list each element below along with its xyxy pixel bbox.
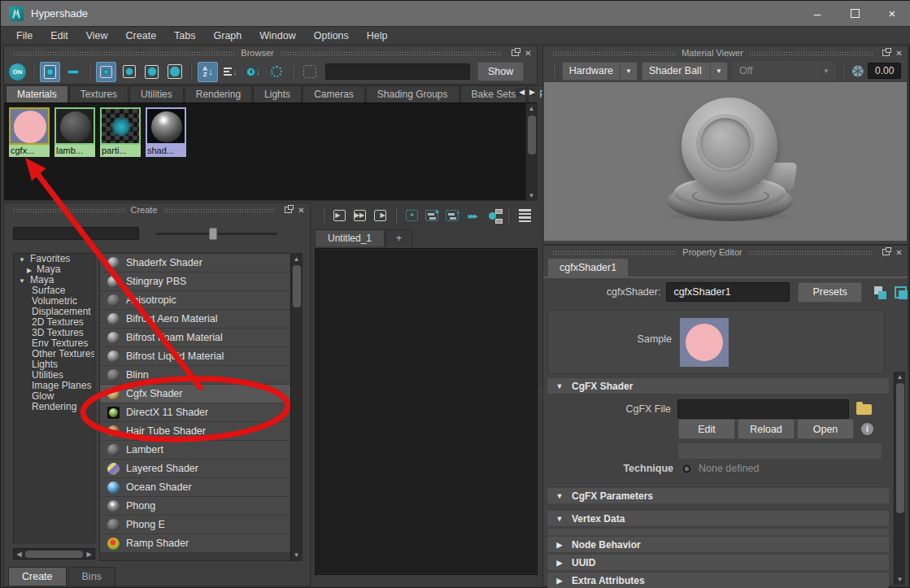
tab-create[interactable]: Create xyxy=(8,567,67,586)
material-viewer-header[interactable]: Material Viewer ✕ xyxy=(543,46,908,59)
menu-help[interactable]: Help xyxy=(358,27,397,44)
section-extra-attributes[interactable]: ▶ Extra Attributes xyxy=(547,573,889,588)
shader-item-cgfx[interactable]: Cgfx Shader xyxy=(100,385,302,403)
create-search-input[interactable] xyxy=(13,227,139,240)
close-panel-icon[interactable]: ✕ xyxy=(296,205,307,215)
open-button[interactable]: Open xyxy=(797,419,854,439)
shader-item-phong[interactable]: Phong xyxy=(100,497,302,516)
slider-handle[interactable] xyxy=(209,228,217,240)
shader-item-directx-11[interactable]: DirectX 11 Shader xyxy=(100,403,302,422)
browser-panel-header[interactable]: Browser ✕ xyxy=(4,46,537,59)
reload-button[interactable]: Reload xyxy=(738,419,795,439)
show-menu-button[interactable]: Show xyxy=(477,62,524,81)
scroll-right-icon[interactable]: ▶ xyxy=(84,551,94,558)
scrollbar-thumb[interactable] xyxy=(25,551,83,558)
tab-cameras[interactable]: Cameras xyxy=(303,85,365,102)
presets-button[interactable]: Presets xyxy=(798,282,861,303)
info-icon[interactable]: i xyxy=(861,423,873,435)
shader-item-bifrost-foam[interactable]: Bifrost Foam Material xyxy=(100,329,302,347)
graph-input-connections-button[interactable]: ▶ xyxy=(332,207,348,224)
scroll-up-icon[interactable]: ▲ xyxy=(895,372,905,382)
shader-list-scrollbar[interactable]: ▲ ▼ xyxy=(290,254,302,560)
float-panel-icon[interactable] xyxy=(283,205,294,215)
tab-utilities[interactable]: Utilities xyxy=(129,85,184,102)
tab-scroll-left-icon[interactable]: ◀ xyxy=(519,88,525,96)
shader-node-list[interactable]: Shaderfx Shader Stingray PBS Anisotropic… xyxy=(99,253,303,561)
close-button[interactable]: × xyxy=(873,1,910,26)
shader-item-blinn[interactable]: Blinn xyxy=(100,366,302,385)
swatch-size-small-button[interactable] xyxy=(96,62,116,82)
scrollbar-thumb[interactable] xyxy=(293,265,301,307)
close-panel-icon[interactable]: ✕ xyxy=(523,48,533,58)
menu-options[interactable]: Options xyxy=(305,27,358,44)
swatch-lambert[interactable]: lamb... xyxy=(54,107,95,157)
property-editor-header[interactable]: Property Editor ✕ xyxy=(543,246,908,259)
node-graph-canvas[interactable] xyxy=(315,248,538,575)
add-tab-button[interactable]: + xyxy=(385,229,412,246)
shader-item-ramp[interactable]: Ramp Shader xyxy=(100,534,302,553)
browser-search-input[interactable] xyxy=(325,63,470,80)
menu-file[interactable]: File xyxy=(7,27,41,44)
float-panel-icon[interactable] xyxy=(881,48,891,58)
float-panel-icon[interactable] xyxy=(510,48,520,58)
sort-by-time-button[interactable]: ↓ xyxy=(243,62,263,82)
technique-radio[interactable] xyxy=(681,464,692,474)
show-hide-attributes-icon[interactable] xyxy=(873,285,887,299)
list-view-button[interactable] xyxy=(63,62,83,82)
section-cgfx-parameters[interactable]: ▼ CgFX Parameters xyxy=(547,488,889,503)
tab-materials[interactable]: Materials xyxy=(6,85,68,102)
section-vertex-data[interactable]: ▼ Vertex Data xyxy=(547,511,889,526)
float-panel-icon[interactable] xyxy=(881,247,891,257)
exposure-aperture-icon[interactable] xyxy=(851,64,864,78)
swatches-on-button[interactable]: ON xyxy=(8,63,27,81)
add-selected-to-graph-button[interactable]: + xyxy=(425,207,441,224)
clear-graph-button[interactable]: ✦ xyxy=(404,207,420,224)
menu-edit[interactable]: Edit xyxy=(41,27,77,44)
menu-view[interactable]: View xyxy=(77,27,117,44)
swatch-particle[interactable]: parti... xyxy=(100,107,141,157)
sort-alphabetical-button[interactable]: AZ↓ xyxy=(198,62,218,82)
cgfx-file-field[interactable] xyxy=(677,399,849,419)
scroll-left-icon[interactable]: ◀ xyxy=(14,551,24,558)
scrollbar-thumb[interactable] xyxy=(528,115,536,155)
create-category-tree[interactable]: ▼Favorites ▶Maya ▼Maya Surface Volumetri… xyxy=(13,253,95,543)
geometry-dropdown[interactable]: Shader Ball ▼ xyxy=(642,62,728,81)
folder-browse-icon[interactable] xyxy=(856,404,872,415)
tab-shading-groups[interactable]: Shading Groups xyxy=(366,85,459,102)
tab-bins[interactable]: Bins xyxy=(68,567,115,586)
property-editor-scrollbar[interactable]: ▲ ▼ xyxy=(894,372,905,585)
menu-graph[interactable]: Graph xyxy=(205,27,251,44)
menu-tabs[interactable]: Tabs xyxy=(165,27,204,44)
shader-item-shaderfx[interactable]: Shaderfx Shader xyxy=(100,254,302,272)
swatch-size-medium-button[interactable] xyxy=(119,62,139,82)
shader-item-hair-tube[interactable]: Hair Tube Shader xyxy=(100,422,302,441)
renderer-dropdown[interactable]: Hardware ▼ xyxy=(562,62,638,81)
shader-item-bifrost-liquid[interactable]: Bifrost Liquid Material xyxy=(100,347,302,366)
show-swatches-button[interactable] xyxy=(40,62,60,82)
create-panel-header[interactable]: Create ✕ xyxy=(4,203,310,216)
copy-tab-icon[interactable] xyxy=(894,285,908,299)
tab-scroll-right-icon[interactable]: ▶ xyxy=(529,88,535,96)
section-node-behavior[interactable]: ▶ Node Behavior xyxy=(547,537,889,552)
scroll-down-icon[interactable]: ▼ xyxy=(526,190,537,201)
exposure-field[interactable]: 0.00 xyxy=(868,63,901,79)
shader-item-stingray-pbs[interactable]: Stingray PBS xyxy=(100,272,302,291)
menu-create[interactable]: Create xyxy=(117,27,166,44)
section-cgfx-shader[interactable]: ▼ CgFX Shader xyxy=(547,378,889,394)
shader-item-lambert[interactable]: Lambert xyxy=(100,441,302,460)
graph-materials-on-selected-button[interactable]: ▸▸▸ xyxy=(464,207,481,224)
tab-untitled-1[interactable]: Untitled_1 xyxy=(315,229,385,246)
shader-item-layered[interactable]: Layered Shader xyxy=(100,460,302,478)
close-panel-icon[interactable]: ✕ xyxy=(894,247,904,257)
remove-selected-from-graph-button[interactable]: - xyxy=(444,207,460,224)
sample-swatch[interactable] xyxy=(680,318,729,367)
rearrange-graph-button[interactable] xyxy=(485,207,501,224)
edit-button[interactable]: Edit xyxy=(678,419,735,439)
node-name-field[interactable] xyxy=(666,282,790,302)
shader-item-bifrost-aero[interactable]: Bifrost Aero Material xyxy=(100,310,302,329)
graph-output-connections-button[interactable]: ▶ xyxy=(372,207,388,224)
tree-horizontal-scrollbar[interactable]: ◀ ▶ xyxy=(13,548,95,560)
menu-window[interactable]: Window xyxy=(250,27,304,44)
tab-lights[interactable]: Lights xyxy=(253,85,302,102)
scrollbar-thumb[interactable] xyxy=(896,383,904,513)
